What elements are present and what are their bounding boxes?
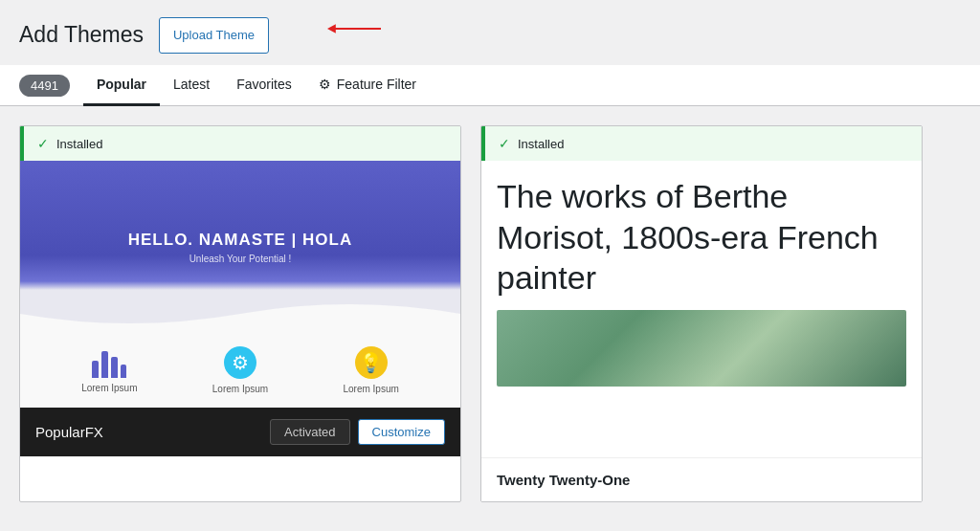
- installed-label-1: Installed: [56, 137, 102, 151]
- theme-preview-hero: HELLO. NAMASTE | HOLA Unleash Your Poten…: [20, 161, 460, 333]
- page-title: Add Themes: [19, 21, 144, 50]
- hero-wave: [20, 295, 460, 333]
- theme-preview-2: The works of Berthe Morisot, 1800s-era F…: [481, 161, 922, 457]
- icon-label-2: Lorem Ipsum: [212, 384, 268, 394]
- hero-subtitle: Unleash Your Potential !: [189, 254, 292, 264]
- bulb-icon-preview: 💡: [355, 346, 388, 379]
- customize-button[interactable]: Customize: [358, 419, 445, 445]
- check-icon-2: ✓: [499, 136, 510, 151]
- theme-count-badge: 4491: [19, 75, 70, 97]
- theme-name-1: PopularFX: [35, 424, 103, 440]
- chart-icon: [92, 347, 126, 378]
- theme-card-popularfx: ✓ Installed HELLO. NAMASTE | HOLA Unleas…: [19, 125, 461, 502]
- tab-latest[interactable]: Latest: [160, 65, 223, 106]
- hero-title: HELLO. NAMASTE | HOLA: [128, 231, 352, 250]
- svg-marker-1: [327, 24, 336, 33]
- theme-footer-1: PopularFX Activated Customize: [20, 408, 460, 456]
- icon-block-bulb: 💡 Lorem Ipsum: [343, 346, 398, 394]
- page-wrapper: Add Themes Upload Theme 4491 Popular Lat…: [0, 0, 980, 531]
- tab-feature-filter[interactable]: ⚙ Feature Filter: [305, 65, 430, 106]
- gear-icon: ⚙: [319, 77, 331, 92]
- tt1-preview-text: The works of Berthe Morisot, 1800s-era F…: [497, 176, 906, 299]
- tab-favorites[interactable]: Favorites: [223, 65, 305, 106]
- installed-label-2: Installed: [518, 137, 564, 151]
- icon-label-1: Lorem Ipsum: [81, 383, 137, 393]
- upload-theme-button[interactable]: Upload Theme: [159, 17, 269, 54]
- activated-button[interactable]: Activated: [270, 419, 349, 445]
- tab-bar: 4491 Popular Latest Favorites ⚙ Feature …: [0, 65, 980, 106]
- header-area: Add Themes Upload Theme: [0, 0, 980, 54]
- themes-grid: ✓ Installed HELLO. NAMASTE | HOLA Unleas…: [0, 106, 980, 521]
- gear-icon-preview: ⚙: [224, 346, 256, 379]
- theme-card-twentytwentyone: ✓ Installed The works of Berthe Morisot,…: [480, 125, 923, 502]
- footer-actions-1: Activated Customize: [270, 419, 445, 445]
- check-icon-1: ✓: [37, 136, 49, 151]
- preview-icons-row: Lorem Ipsum ⚙ Lorem Ipsum 💡 Lorem Ipsum: [20, 333, 460, 408]
- tab-popular[interactable]: Popular: [83, 65, 160, 106]
- theme-footer-2: Twenty Twenty-One: [481, 457, 922, 501]
- installed-banner-1: ✓ Installed: [20, 126, 460, 161]
- icon-block-chart: Lorem Ipsum: [81, 347, 137, 393]
- icon-block-gear: ⚙ Lorem Ipsum: [212, 346, 268, 394]
- tt1-image: [497, 310, 906, 387]
- arrow-annotation: [316, 10, 392, 48]
- icon-label-3: Lorem Ipsum: [343, 384, 398, 394]
- theme-name-2: Twenty Twenty-One: [497, 472, 630, 488]
- installed-banner-2: ✓ Installed: [481, 126, 922, 161]
